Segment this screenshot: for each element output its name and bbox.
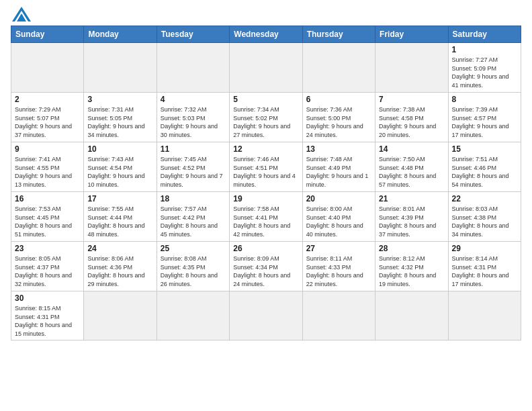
calendar-day-cell: 12Sunrise: 7:46 AM Sunset: 4:51 PM Dayli… xyxy=(230,142,302,192)
weekday-header-friday: Friday xyxy=(375,26,448,43)
day-number: 21 xyxy=(379,194,444,203)
calendar-day-cell xyxy=(157,43,229,93)
calendar-day-cell: 6Sunrise: 7:36 AM Sunset: 5:00 PM Daylig… xyxy=(302,93,375,142)
calendar-week-row: 9Sunrise: 7:41 AM Sunset: 4:55 PM Daylig… xyxy=(11,142,521,192)
logo xyxy=(11,7,31,21)
day-info: Sunrise: 8:11 AM Sunset: 4:33 PM Dayligh… xyxy=(306,255,371,288)
calendar-day-cell: 29Sunrise: 8:14 AM Sunset: 4:31 PM Dayli… xyxy=(448,242,521,291)
day-info: Sunrise: 8:06 AM Sunset: 4:36 PM Dayligh… xyxy=(87,255,152,288)
day-info: Sunrise: 7:55 AM Sunset: 4:44 PM Dayligh… xyxy=(87,205,152,238)
weekday-header-sunday: Sunday xyxy=(11,26,84,43)
day-info: Sunrise: 7:34 AM Sunset: 5:02 PM Dayligh… xyxy=(233,105,298,139)
day-number: 12 xyxy=(233,144,298,154)
calendar-day-cell: 22Sunrise: 8:03 AM Sunset: 4:38 PM Dayli… xyxy=(448,192,521,242)
calendar-day-cell: 10Sunrise: 7:43 AM Sunset: 4:54 PM Dayli… xyxy=(84,142,157,192)
calendar-day-cell: 25Sunrise: 8:08 AM Sunset: 4:35 PM Dayli… xyxy=(157,242,229,291)
calendar-day-cell xyxy=(11,43,84,93)
day-info: Sunrise: 7:50 AM Sunset: 4:48 PM Dayligh… xyxy=(379,155,444,189)
calendar-week-row: 1Sunrise: 7:27 AM Sunset: 5:09 PM Daylig… xyxy=(11,43,521,93)
calendar-day-cell: 8Sunrise: 7:39 AM Sunset: 4:57 PM Daylig… xyxy=(448,93,521,142)
day-number: 5 xyxy=(233,95,298,104)
weekday-header-monday: Monday xyxy=(84,26,157,43)
calendar-day-cell: 11Sunrise: 7:45 AM Sunset: 4:52 PM Dayli… xyxy=(157,142,229,192)
day-number: 22 xyxy=(452,194,517,203)
day-number: 25 xyxy=(161,244,226,253)
calendar-day-cell: 7Sunrise: 7:38 AM Sunset: 4:58 PM Daylig… xyxy=(375,93,448,142)
calendar-day-cell: 15Sunrise: 7:51 AM Sunset: 4:46 PM Dayli… xyxy=(448,142,521,192)
calendar-day-cell xyxy=(230,43,302,93)
day-info: Sunrise: 7:31 AM Sunset: 5:05 PM Dayligh… xyxy=(87,105,152,139)
day-number: 15 xyxy=(452,144,517,154)
calendar-week-row: 30Sunrise: 8:15 AM Sunset: 4:31 PM Dayli… xyxy=(11,291,521,340)
calendar-day-cell: 19Sunrise: 7:58 AM Sunset: 4:41 PM Dayli… xyxy=(230,192,302,242)
calendar-day-cell: 9Sunrise: 7:41 AM Sunset: 4:55 PM Daylig… xyxy=(11,142,84,192)
calendar-day-cell: 16Sunrise: 7:53 AM Sunset: 4:45 PM Dayli… xyxy=(11,192,84,242)
calendar-day-cell xyxy=(302,291,375,340)
day-info: Sunrise: 7:48 AM Sunset: 4:49 PM Dayligh… xyxy=(306,155,371,189)
day-info: Sunrise: 7:27 AM Sunset: 5:09 PM Dayligh… xyxy=(452,56,517,89)
weekday-header-saturday: Saturday xyxy=(448,26,521,43)
calendar-day-cell: 21Sunrise: 8:01 AM Sunset: 4:39 PM Dayli… xyxy=(375,192,448,242)
day-info: Sunrise: 7:39 AM Sunset: 4:57 PM Dayligh… xyxy=(452,105,517,139)
calendar-day-cell xyxy=(375,43,448,93)
calendar-day-cell: 28Sunrise: 8:12 AM Sunset: 4:32 PM Dayli… xyxy=(375,242,448,291)
day-info: Sunrise: 8:12 AM Sunset: 4:32 PM Dayligh… xyxy=(379,255,444,288)
day-info: Sunrise: 8:14 AM Sunset: 4:31 PM Dayligh… xyxy=(452,255,517,288)
logo-icon xyxy=(12,7,31,21)
calendar-day-cell xyxy=(230,291,302,340)
day-number: 17 xyxy=(87,194,152,203)
day-number: 7 xyxy=(379,95,444,104)
calendar-week-row: 23Sunrise: 8:05 AM Sunset: 4:37 PM Dayli… xyxy=(11,242,521,291)
calendar-page: SundayMondayTuesdayWednesdayThursdayFrid… xyxy=(0,0,532,411)
calendar-week-row: 16Sunrise: 7:53 AM Sunset: 4:45 PM Dayli… xyxy=(11,192,521,242)
weekday-header-thursday: Thursday xyxy=(302,26,375,43)
day-info: Sunrise: 8:01 AM Sunset: 4:39 PM Dayligh… xyxy=(379,205,444,238)
day-info: Sunrise: 7:36 AM Sunset: 5:00 PM Dayligh… xyxy=(306,105,371,139)
day-number: 4 xyxy=(161,95,226,104)
calendar-day-cell: 4Sunrise: 7:32 AM Sunset: 5:03 PM Daylig… xyxy=(157,93,229,142)
calendar-table: SundayMondayTuesdayWednesdayThursdayFrid… xyxy=(11,26,521,340)
calendar-day-cell: 20Sunrise: 8:00 AM Sunset: 4:40 PM Dayli… xyxy=(302,192,375,242)
calendar-day-cell: 26Sunrise: 8:09 AM Sunset: 4:34 PM Dayli… xyxy=(230,242,302,291)
calendar-day-cell: 18Sunrise: 7:57 AM Sunset: 4:42 PM Dayli… xyxy=(157,192,229,242)
day-info: Sunrise: 7:41 AM Sunset: 4:55 PM Dayligh… xyxy=(15,155,80,189)
day-number: 19 xyxy=(233,194,298,203)
calendar-day-cell: 14Sunrise: 7:50 AM Sunset: 4:48 PM Dayli… xyxy=(375,142,448,192)
calendar-day-cell: 30Sunrise: 8:15 AM Sunset: 4:31 PM Dayli… xyxy=(11,291,84,340)
day-number: 27 xyxy=(306,244,371,253)
calendar-day-cell xyxy=(84,43,157,93)
page-header xyxy=(11,7,521,21)
day-number: 16 xyxy=(15,194,80,203)
day-info: Sunrise: 8:08 AM Sunset: 4:35 PM Dayligh… xyxy=(161,255,226,288)
calendar-day-cell xyxy=(375,291,448,340)
day-info: Sunrise: 7:45 AM Sunset: 4:52 PM Dayligh… xyxy=(161,155,226,189)
day-number: 10 xyxy=(87,144,152,154)
calendar-day-cell: 23Sunrise: 8:05 AM Sunset: 4:37 PM Dayli… xyxy=(11,242,84,291)
day-info: Sunrise: 8:09 AM Sunset: 4:34 PM Dayligh… xyxy=(233,255,298,288)
day-number: 18 xyxy=(161,194,226,203)
day-number: 3 xyxy=(87,95,152,104)
day-number: 9 xyxy=(15,144,80,154)
day-number: 26 xyxy=(233,244,298,253)
calendar-day-cell: 27Sunrise: 8:11 AM Sunset: 4:33 PM Dayli… xyxy=(302,242,375,291)
weekday-header-row: SundayMondayTuesdayWednesdayThursdayFrid… xyxy=(11,26,521,43)
calendar-day-cell: 24Sunrise: 8:06 AM Sunset: 4:36 PM Dayli… xyxy=(84,242,157,291)
day-number: 24 xyxy=(87,244,152,253)
day-info: Sunrise: 8:03 AM Sunset: 4:38 PM Dayligh… xyxy=(452,205,517,238)
day-info: Sunrise: 7:58 AM Sunset: 4:41 PM Dayligh… xyxy=(233,205,298,238)
day-number: 29 xyxy=(452,244,517,253)
weekday-header-tuesday: Tuesday xyxy=(157,26,229,43)
calendar-day-cell: 5Sunrise: 7:34 AM Sunset: 5:02 PM Daylig… xyxy=(230,93,302,142)
day-info: Sunrise: 7:29 AM Sunset: 5:07 PM Dayligh… xyxy=(15,105,80,139)
day-number: 28 xyxy=(379,244,444,253)
day-number: 8 xyxy=(452,95,517,104)
day-info: Sunrise: 7:43 AM Sunset: 4:54 PM Dayligh… xyxy=(87,155,152,189)
day-info: Sunrise: 8:00 AM Sunset: 4:40 PM Dayligh… xyxy=(306,205,371,238)
calendar-day-cell xyxy=(84,291,157,340)
day-info: Sunrise: 8:05 AM Sunset: 4:37 PM Dayligh… xyxy=(15,255,80,288)
day-number: 11 xyxy=(161,144,226,154)
day-info: Sunrise: 7:32 AM Sunset: 5:03 PM Dayligh… xyxy=(161,105,226,139)
calendar-day-cell: 2Sunrise: 7:29 AM Sunset: 5:07 PM Daylig… xyxy=(11,93,84,142)
calendar-day-cell xyxy=(157,291,229,340)
calendar-day-cell xyxy=(302,43,375,93)
